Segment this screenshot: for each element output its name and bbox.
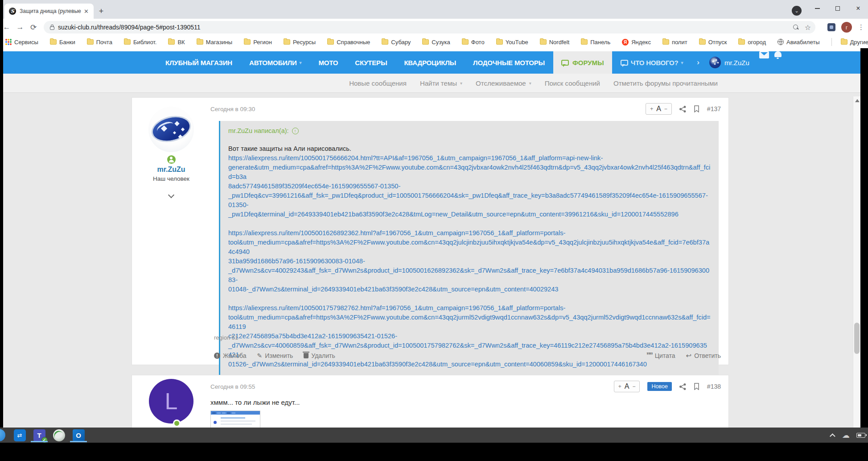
nav-cars[interactable]: АВТОМОБИЛИ▾ [241,51,310,74]
bookmark-item[interactable]: полит [662,39,687,46]
extension-icon[interactable] [827,23,835,31]
bookmarks-bar: Сервисы Банки Почта Библиот. ВК Магазины… [0,36,868,48]
nav-label: МОТО [318,59,338,66]
chevron-down-icon[interactable] [168,192,174,198]
font-size-button[interactable]: + A − [646,103,672,115]
battery-icon[interactable] [856,433,865,438]
forward-button[interactable]: → [13,23,27,32]
avatar[interactable]: L [149,379,193,424]
nav-scroll-arrow[interactable]: › [691,51,705,74]
bookmark-item[interactable]: YouTube [496,39,528,46]
bookmark-item[interactable]: Фото [462,39,485,46]
browser-profile-avatar[interactable]: r [841,22,852,33]
hidden-icons-chevron-icon[interactable] [830,433,835,439]
address-bar[interactable]: suzuki-club.ru/threads/89094/page-5#post… [44,21,815,33]
zoom-icon[interactable] [793,25,798,30]
teamviewer-taskbar-button[interactable]: ⇄ [10,428,29,443]
post-number[interactable]: #137 [707,105,721,112]
post-date[interactable]: Сегодня в 09:30 [210,106,255,112]
tab-close-icon[interactable]: ✕ [84,8,89,15]
cisco-taskbar-button[interactable] [49,428,69,443]
bookmark-item[interactable]: ЯЯндекс [622,39,651,46]
share-icon[interactable] [679,383,686,390]
reply-button[interactable]: ↩Ответить [686,351,721,360]
bookmark-icon[interactable] [694,105,699,112]
scrollbar-thumb[interactable] [854,323,860,354]
bookmark-item[interactable]: Сузука [422,39,450,46]
bookmark-item[interactable]: Библиот. [124,39,157,46]
author-username[interactable]: mr.ZuZu [132,166,210,174]
window-minimize-button[interactable] [810,3,825,14]
nav-moto[interactable]: МОТО [310,51,346,74]
reload-button[interactable]: ⟳ [27,23,40,32]
scroll-up-arrow-icon[interactable] [855,99,860,102]
bookmark-item[interactable]: Банки [50,39,75,46]
subnav-new-posts[interactable]: Новые сообщения [349,79,407,87]
attached-image-thumbnail[interactable] [210,411,260,428]
bookmark-item[interactable]: Сервисы [5,39,38,46]
post-number[interactable]: #138 [707,383,721,390]
inbox-envelope-icon[interactable] [759,51,769,58]
nav-forums-active[interactable]: ФОРУМЫ [553,51,612,74]
post-date[interactable]: Сегодня в 09:55 [210,383,255,390]
subnav-search-posts[interactable]: Поиск сообщений [545,79,600,87]
quote-jump-icon[interactable]: ↑ [292,128,299,134]
bookmark-item[interactable]: Почта [87,39,112,46]
bookmark-item[interactable]: Субару [382,39,411,46]
new-tab-button[interactable]: + [95,5,107,17]
font-plus[interactable]: + [650,106,653,112]
report-button[interactable]: !Жалоба [214,352,246,359]
bookmark-item[interactable]: ВК [168,39,185,46]
bookmark-icon[interactable] [694,383,699,390]
bookmark-item[interactable]: Справочные [327,39,370,46]
quote-button[interactable]: ””Цитата [646,351,675,360]
aliexpress-link-2[interactable]: https://aliexpress.ru/item/1005001626892… [228,228,711,294]
nav-whats-new[interactable]: ЧТО НОВОГО?▾ [612,51,692,74]
nav-boat-motors[interactable]: ЛОДОЧНЫЕ МОТОРЫ [465,51,553,74]
edit-button[interactable]: ✎Изменить [257,352,293,359]
share-icon[interactable] [679,106,686,112]
bookmark-item[interactable]: Магазины [197,39,233,46]
subnav-watched[interactable]: Отслеживаемое▾ [476,79,531,87]
url-text[interactable]: suzuki-club.ru/threads/89094/page-5#post… [58,24,793,31]
teams-taskbar-button[interactable]: T✓ [29,428,49,443]
subnav-find-threads[interactable]: Найти темы▾ [420,79,462,87]
nav-club-shop[interactable]: КЛУБНЫЙ МАГАЗИН [157,51,241,74]
bookmark-item[interactable]: Nordfelt [540,39,570,46]
font-minus[interactable]: − [632,383,635,390]
tab-search-button[interactable]: ⌄ [792,6,802,16]
delete-button[interactable]: Удалить [304,352,335,359]
onedrive-cloud-icon[interactable]: ☁ [842,431,850,440]
quote-author[interactable]: mr.ZuZu написал(а): [228,127,289,134]
aliexpress-link-1[interactable]: https://aliexpress.ru/item/1005001756666… [228,154,711,219]
action-label: Цитата [655,352,675,359]
outlook-taskbar-button[interactable]: O [69,428,88,443]
bookmark-item[interactable]: Панель [581,39,610,46]
nav-scooters[interactable]: СКУТЕРЫ [346,51,395,74]
font-plus[interactable]: + [618,383,621,390]
other-bookmarks-button[interactable]: Другие закладки [831,38,868,46]
window-close-button[interactable]: × [851,3,866,14]
bookmark-item[interactable]: огород [738,39,766,46]
page-scrollbar[interactable] [853,96,860,428]
bookmark-item[interactable]: Отпуск [699,39,727,46]
nav-atv[interactable]: КВАДРОЦИКЛЫ [395,51,465,74]
subnav-mark-read[interactable]: Отметить форумы прочитанными [613,79,718,87]
alerts-bell-icon[interactable] [774,51,782,57]
folder-icon [841,39,847,45]
bookmark-star-icon[interactable]: ☆ [805,23,811,32]
nav-label: АВТОМОБИЛИ [249,59,297,66]
bookmark-item[interactable]: Ресурсы [284,39,316,46]
browser-tab[interactable]: S Защита днища (рулевые тяги, д ✕ [4,4,94,19]
skype-icon[interactable] [0,429,5,441]
browser-menu-icon[interactable]: ⋮ [858,23,864,31]
chevron-down-icon: ▾ [460,81,462,86]
window-maximize-button[interactable] [830,3,845,14]
avatar[interactable] [148,107,194,152]
font-minus[interactable]: − [664,106,667,112]
font-size-button[interactable]: + A − [614,381,640,392]
bookmark-item[interactable]: Регион [244,39,272,46]
bookmark-item[interactable]: Авиабилеты [777,39,819,46]
lock-icon[interactable] [50,26,54,30]
nav-user-menu[interactable]: mr.ZuZu [705,51,754,74]
